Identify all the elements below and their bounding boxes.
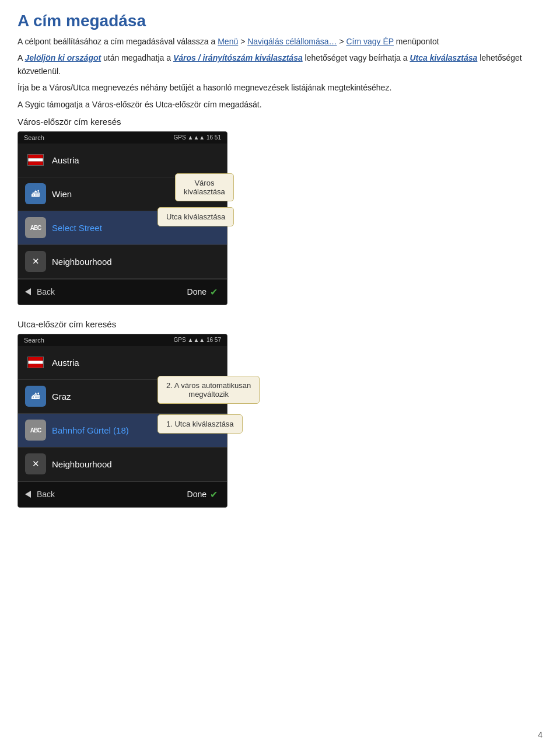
phone1-back-btn[interactable]: Back [18, 280, 121, 305]
demo-section-2: Search GPS ▲▲▲ 16 57 Austria 🏙 [18, 334, 542, 510]
phone2-austria-label: Austria [52, 358, 79, 368]
tooltip-city-text: Városkiválasztása [184, 179, 225, 196]
street-link[interactable]: Utca kiválasztása [410, 53, 477, 62]
phone2-container: Search GPS ▲▲▲ 16 57 Austria 🏙 [18, 334, 228, 508]
neighbour-icon-2: ✕ [25, 453, 46, 474]
austria-flag-icon-2 [25, 352, 46, 373]
intro-para3: Írja be a Város/Utca megnevezés néhány b… [18, 81, 542, 94]
demo-section-1: Search GPS ▲▲▲ 16 51 Austria 🏙 [18, 131, 542, 308]
section1-title: Város-először cím keresés [18, 117, 542, 127]
street-icon-1: ABC [25, 217, 46, 238]
phone2-done-label: Done [187, 490, 206, 499]
city-link[interactable]: Város / irányítószám kiválasztása [173, 53, 303, 62]
phone1-status-left: Search [24, 134, 44, 141]
tooltip-auto-city-text: 2. A város automatikusanmegváltozik [166, 381, 251, 399]
phone2-neighbourhood-label: Neighbourhood [52, 459, 112, 469]
back-arrow-icon [25, 288, 31, 295]
phone1-bottom-bar: Back Done ✔ [18, 279, 227, 305]
svg-rect-2 [28, 162, 43, 165]
phone2-row-austria[interactable]: Austria [18, 346, 227, 380]
tooltip-street-first-text: 1. Utca kiválasztása [166, 420, 234, 428]
svg-rect-3 [28, 357, 43, 361]
phone2-bottom-bar: Back Done ✔ [18, 481, 227, 507]
phone1-wien-label: Wien [52, 189, 72, 199]
phone2-status-right: GPS ▲▲▲ 16 57 [174, 337, 221, 343]
phone1-done-label: Done [187, 287, 206, 296]
phone2-back-label: Back [37, 490, 55, 499]
country-link[interactable]: Jelöljön ki országot [24, 53, 101, 62]
svg-rect-0 [28, 155, 43, 158]
svg-rect-5 [28, 364, 43, 368]
phone2-back-btn[interactable]: Back [18, 482, 121, 507]
done-check-icon: ✔ [210, 287, 218, 298]
back-arrow-icon-2 [25, 491, 31, 498]
section2-title: Utca-először cím keresés [18, 319, 542, 329]
phone1-street-label: Select Street [52, 223, 102, 233]
street-icon-2: ABC [25, 420, 46, 441]
intro-para2: A Jelöljön ki országot után megadhatja a… [18, 51, 542, 78]
svg-rect-1 [28, 159, 43, 162]
phone2-row-neighbourhood[interactable]: ✕ Neighbourhood [18, 448, 227, 481]
tooltip-city-select: Városkiválasztása [175, 173, 234, 201]
menu-link[interactable]: Menü [218, 37, 238, 46]
tooltip-auto-city: 2. A város automatikusanmegváltozik [158, 376, 260, 404]
phone1-austria-label: Austria [52, 155, 79, 165]
phone2-status-bar: Search GPS ▲▲▲ 16 57 [18, 334, 227, 346]
page-number: 4 [538, 730, 542, 739]
phone1-row-austria[interactable]: Austria [18, 144, 227, 177]
svg-rect-4 [28, 361, 43, 364]
tooltip-street-first: 1. Utca kiválasztása [158, 414, 243, 434]
phone1-done-btn[interactable]: Done ✔ [121, 280, 227, 305]
phone1-container: Search GPS ▲▲▲ 16 51 Austria 🏙 [18, 131, 228, 305]
phone2-status-left: Search [24, 337, 44, 344]
done-check-icon-2: ✔ [210, 489, 218, 500]
phone1-row-neighbourhood[interactable]: ✕ Neighbourhood [18, 245, 227, 279]
phone2-graz-label: Graz [52, 392, 71, 401]
phone1-status-right: GPS ▲▲▲ 16 51 [174, 134, 221, 141]
phone1-back-label: Back [37, 287, 55, 296]
tooltip-street-select: Utca kiválasztása [158, 207, 234, 226]
page-title: A cím megadása [18, 12, 542, 30]
neighbour-icon-1: ✕ [25, 251, 46, 272]
cim-link[interactable]: Cím vagy ÉP [346, 37, 393, 46]
city-icon-1: 🏙 [25, 183, 46, 204]
nav-link[interactable]: Navigálás célállomása… [247, 37, 337, 46]
tooltip-street-text: Utca kiválasztása [166, 212, 225, 221]
phone2-done-btn[interactable]: Done ✔ [121, 482, 227, 507]
phone2-street-label: Bahnhof Gürtel (18) [52, 425, 129, 435]
phone1-neighbourhood-label: Neighbourhood [52, 257, 112, 267]
austria-flag-icon [25, 149, 46, 170]
city-icon-2: 🏙 [25, 386, 46, 407]
phone1-status-bar: Search GPS ▲▲▲ 16 51 [18, 132, 227, 144]
intro-para1: A célpont beállításához a cím megadásáva… [18, 35, 542, 48]
intro-para4: A Sygic támogatja a Város-először és Utc… [18, 98, 542, 111]
